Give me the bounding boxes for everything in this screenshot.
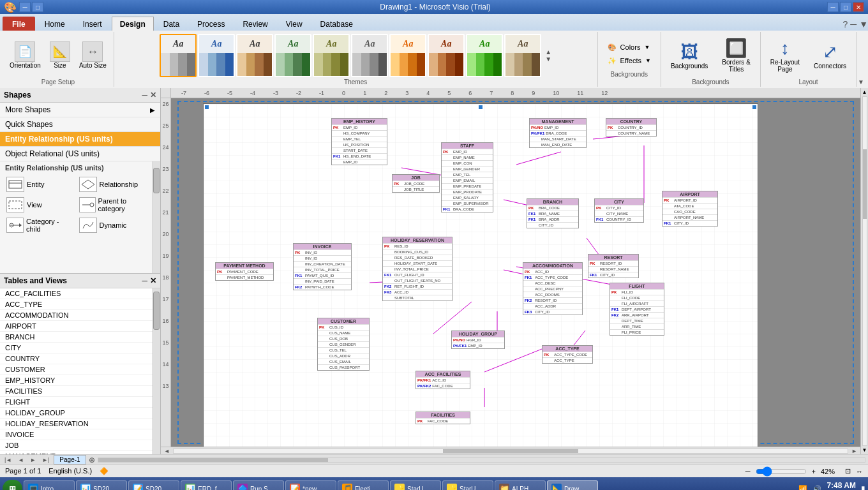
erd-table-holiday-group[interactable]: HOLIDAY_GROUP PK/NOHGR_ID PK/FK1EMP_ID	[451, 330, 505, 349]
page-tab-1[interactable]: Page-1	[54, 455, 86, 464]
taskbar-item-intro[interactable]: 💻 Intro...	[24, 480, 75, 490]
erd-table-resort[interactable]: RESORT PKRESORT_ID RESORT_NAME FK1CITY_I…	[588, 254, 639, 278]
vscroll-thumb[interactable]	[863, 149, 867, 219]
tables-minimize-icon[interactable]: ─	[142, 276, 147, 285]
taskbar-item-new[interactable]: 📝 *new...	[285, 480, 336, 490]
hscroll-right-icon[interactable]: ►	[849, 448, 859, 454]
system-tray-volume-icon[interactable]: 🔊	[812, 485, 821, 491]
table-item-acc-facilities[interactable]: ACC_FACILITIES	[0, 288, 153, 299]
vscroll-track[interactable]	[862, 96, 867, 446]
erd-table-acc-facilities[interactable]: ACC_FACILITIES PK/FK1ACC_ID PK/FK2FAC_CO…	[415, 371, 470, 389]
tab-process[interactable]: Process	[189, 17, 233, 31]
table-item-branch[interactable]: BRANCH	[0, 332, 153, 343]
page-nav-last-icon[interactable]: ►|	[40, 457, 51, 463]
table-item-flight[interactable]: FLIGHT	[0, 397, 153, 408]
colors-button[interactable]: 🎨 Colors ▼	[603, 41, 655, 54]
erd-table-flight[interactable]: FLIGHT PKFLI_ID FLI_CODE FLI_AIRCRAFT FK…	[610, 283, 664, 336]
theme-swatch-6[interactable]: Aa	[351, 34, 388, 77]
themes-scroll-up[interactable]: ▲	[545, 48, 551, 56]
taskbar-item-sd20-1[interactable]: 📊 SD20...	[76, 480, 127, 490]
category-child-shape-item[interactable]: Category - child	[5, 216, 75, 234]
table-item-country[interactable]: COUNTRY	[0, 353, 153, 364]
diagram-page[interactable]: EMP_HISTORY PKEMP_ID HS_COMPANY EMP_TEL …	[203, 103, 758, 447]
zoom-slider[interactable]	[756, 466, 807, 477]
zoom-level[interactable]: 42%	[821, 468, 840, 475]
erd-table-management[interactable]: MANAGEMENT PK/NOEMP_ID PK/FK1BRA_CODE MA…	[529, 118, 587, 148]
theme-swatch-8[interactable]: Aa	[428, 34, 465, 77]
taskbar-item-fleeti[interactable]: 🎵 Fleeti...	[338, 480, 389, 490]
theme-swatch-3[interactable]: Aa	[236, 34, 273, 77]
fit-width-icon[interactable]: ↔	[856, 468, 863, 475]
vscroll-up-icon[interactable]: ▲	[862, 89, 867, 95]
taskbar-item-erdf[interactable]: 📊 ERD_f...	[181, 480, 232, 490]
page-nav-next-icon[interactable]: ►	[28, 457, 38, 463]
tab-data[interactable]: Data	[155, 17, 188, 31]
table-item-facilities[interactable]: FACILITIES	[0, 386, 153, 397]
vscroll-down-icon[interactable]: ▼	[862, 447, 867, 453]
themes-scroll-down[interactable]: ▼	[545, 56, 551, 63]
tab-home[interactable]: Home	[36, 17, 73, 31]
menu-entity-relationship[interactable]: Entity Relationship (US units)	[0, 132, 160, 147]
table-item-holiday-group[interactable]: HOLIDAY_GROUP	[0, 408, 153, 419]
table-item-customer[interactable]: CUSTOMER	[0, 364, 153, 375]
theme-swatch-default[interactable]: Aa	[160, 34, 197, 77]
erd-table-branch[interactable]: BRANCH PKBRA_CODE FK1BRA_NAME FK1BRA_ADD…	[527, 198, 579, 228]
taskbar-item-runs[interactable]: 🔷 Run S...	[233, 480, 284, 490]
parent-category-shape-item[interactable]: Parent to category	[78, 196, 148, 214]
shapes-scroll-thumb[interactable]	[153, 168, 160, 193]
tables-scroll-thumb[interactable]	[153, 292, 160, 330]
erd-table-city[interactable]: CITY PKCITY_ID CITY_NAME FK1COUNTRY_ID	[594, 198, 644, 223]
theme-swatch-2[interactable]: Aa	[198, 34, 235, 77]
theme-swatch-7[interactable]: Aa	[389, 34, 426, 77]
tab-file[interactable]: File	[3, 17, 35, 31]
menu-more-shapes[interactable]: More Shapes ▶	[0, 103, 160, 117]
hscroll-track[interactable]	[173, 449, 848, 454]
menu-object-relational[interactable]: Object Relational (US units)	[0, 147, 160, 161]
minimize-btn[interactable]: ─	[19, 2, 31, 12]
table-item-holiday-reservation[interactable]: HOLIDAY_RESERVATION	[0, 419, 153, 429]
fit-page-icon[interactable]: ⊡	[845, 467, 851, 475]
erd-table-facilities[interactable]: FACILITIES PKFAC_CODE	[415, 412, 470, 424]
table-item-airport[interactable]: AIRPORT	[0, 321, 153, 332]
shapes-close-icon[interactable]: ✕	[150, 91, 156, 100]
start-button[interactable]: ⊞	[3, 480, 22, 490]
auto-size-button[interactable]: ↔ Auto Size	[76, 40, 110, 71]
erd-table-airport[interactable]: AIRPORT PKAIRPORT_ID ATA_CODE CAO_CODE A…	[662, 191, 718, 226]
relayout-button[interactable]: ↕ Re-LayoutPage	[765, 35, 805, 76]
table-item-city[interactable]: CITY	[0, 343, 153, 353]
size-button[interactable]: 📐 Size	[47, 40, 73, 71]
table-item-accommodation[interactable]: ACCOMMODATION	[0, 310, 153, 321]
erd-table-country[interactable]: COUNTRY PKCOUNTRY_ID COUNTRY_NAME	[606, 118, 657, 137]
taskbar-item-staru2[interactable]: ⭐ StarU...	[442, 480, 493, 490]
shapes-minimize-icon[interactable]: ─	[142, 91, 147, 100]
erd-table-payment-method[interactable]: PAYMENT METHOD PKPAYMENT_CODE PAYMENT_ME…	[215, 262, 274, 281]
theme-swatch-9[interactable]: Aa	[466, 34, 503, 77]
tab-view[interactable]: View	[278, 17, 311, 31]
menu-quick-shapes[interactable]: Quick Shapes	[0, 117, 160, 132]
erd-table-invoice[interactable]: INVOICE PKINV_ID INV_ID INV_CREATION_DAT…	[293, 243, 352, 290]
layout-expand-icon[interactable]: ▼	[857, 32, 865, 87]
connectors-button[interactable]: ⤢ Connectors	[808, 38, 852, 73]
shapes-scrollbar[interactable]	[153, 161, 160, 273]
expand-ribbon-icon[interactable]: ▼	[859, 19, 868, 29]
table-item-acc-type[interactable]: ACC_TYPE	[0, 299, 153, 310]
table-item-invoice[interactable]: INVOICE	[0, 429, 153, 440]
canvas-main[interactable]: EMP_HISTORY PKEMP_ID HS_COMPANY EMP_TEL …	[171, 98, 860, 447]
borders-titles-button[interactable]: 🔲 Borders &Titles	[716, 34, 756, 76]
win-restore[interactable]: □	[840, 2, 851, 12]
entity-shape-item[interactable]: Entity	[5, 175, 75, 193]
tab-review[interactable]: Review	[234, 17, 276, 31]
tables-scrollbar[interactable]	[153, 288, 160, 454]
orientation-button[interactable]: 📄 Orientation	[6, 40, 44, 71]
help-icon[interactable]: ?	[842, 19, 848, 29]
view-shape-item[interactable]: View	[5, 196, 75, 214]
taskbar-item-staru1[interactable]: ⭐ StarU...	[390, 480, 441, 490]
tab-insert[interactable]: Insert	[75, 17, 110, 31]
tab-database[interactable]: Database	[312, 17, 361, 31]
theme-swatch-10[interactable]: Aa	[504, 34, 541, 77]
theme-swatch-4[interactable]: Aa	[274, 34, 311, 77]
tables-close-icon[interactable]: ✕	[150, 276, 156, 285]
hscroll-left-icon[interactable]: ◄	[162, 448, 172, 454]
dynamic-shape-item[interactable]: Dynamic	[78, 216, 148, 234]
canvas-area[interactable]: -7 -6 -5 -4 -3 -2 -1 0 1 2 3 4 5 6 7 8 9…	[161, 88, 860, 454]
